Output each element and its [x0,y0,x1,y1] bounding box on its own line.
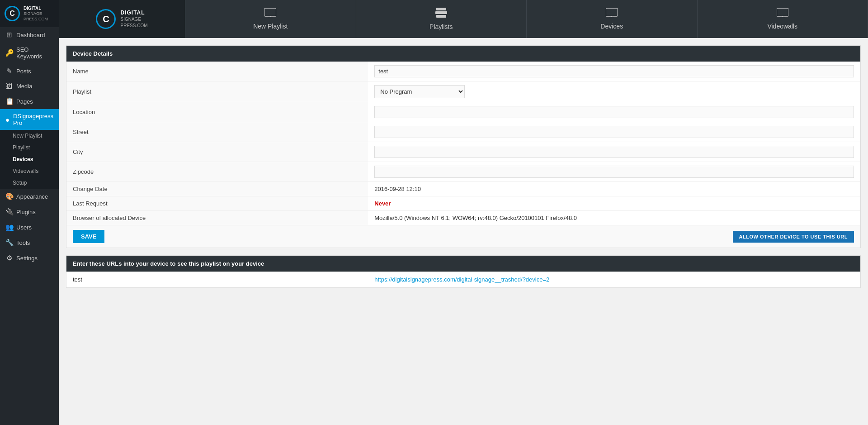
sidebar-logo: C DIGITAL SIGNAGE PRESS.COM [0,0,59,27]
videowalls-icon [777,8,788,20]
urls-panel: Enter these URLs into your device to see… [66,255,861,288]
playlists-icon [435,8,447,20]
devices-icon [606,8,618,20]
name-input[interactable] [374,65,854,77]
device-details-panel: Device Details Name Playlist No Program [66,45,861,248]
sidebar: C DIGITAL SIGNAGE PRESS.COM ⊞ Dashboard … [0,0,59,425]
topnav-logo: C DIGITAL SIGNAGE PRESS.COM [59,0,185,38]
sidebar-item-playlist[interactable]: Playlist [0,142,59,153]
table-row: Last Request Never [66,196,860,211]
location-input[interactable] [374,106,854,118]
save-button[interactable]: SAVE [73,230,104,243]
last-request-label: Last Request [66,196,368,211]
sidebar-item-pages[interactable]: 📋 Pages [0,94,59,109]
change-date-value: 2016-09-28 12:10 [374,186,421,192]
posts-icon: ✎ [5,67,13,75]
table-row: Street [66,122,860,142]
city-label: City [66,142,368,162]
tools-icon: 🔧 [5,239,13,247]
device-details-body: Name Playlist No Program Location [66,62,860,248]
location-label: Location [66,102,368,122]
table-row: City [66,142,860,162]
change-date-label: Change Date [66,182,368,196]
media-icon: 🖼 [5,82,13,90]
playlist-label: Playlist [66,81,368,102]
content-area: Device Details Name Playlist No Program [59,38,868,425]
device-details-header: Device Details [66,46,860,62]
sidebar-item-plugins[interactable]: 🔌 Plugins [0,204,59,220]
sidebar-item-tools[interactable]: 🔧 Tools [0,235,59,250]
sidebar-item-posts[interactable]: ✎ Posts [0,63,59,79]
sidebar-logo-circle: C [5,6,20,21]
plugins-icon: 🔌 [5,208,13,216]
svg-rect-3 [436,8,446,10]
actions-row: SAVE ALLOW OTHER DEVICE TO USE THIS URL [66,225,860,248]
topnav-playlists[interactable]: Playlists [356,0,527,38]
table-row: Zipcode [66,162,860,182]
sidebar-item-settings[interactable]: ⚙ Settings [0,250,59,266]
city-input[interactable] [374,146,854,158]
dsignagepress-icon: ● [5,116,9,124]
table-row: Change Date 2016-09-28 12:10 [66,182,860,196]
sidebar-item-users[interactable]: 👥 Users [0,220,59,235]
browser-value: Mozilla/5.0 (Windows NT 6.1; WOW64; rv:4… [374,215,577,221]
zipcode-label: Zipcode [66,162,368,182]
urls-panel-body: test https://digitalsignagepress.com/dig… [66,272,860,287]
topnav-logo-text: DIGITAL SIGNAGE PRESS.COM [120,9,147,29]
pages-icon: 📋 [5,97,13,105]
svg-rect-9 [777,8,788,16]
sidebar-logo-text: DIGITAL SIGNAGE PRESS.COM [24,5,48,22]
last-request-value: Never [374,200,391,207]
main-area: C DIGITAL SIGNAGE PRESS.COM New Playlist [59,0,868,425]
sidebar-submenu: New Playlist Playlist Devices Videowalls… [0,130,59,189]
url-link[interactable]: https://digitalsignagepress.com/digital-… [374,276,549,283]
topnav-devices[interactable]: Devices [527,0,698,38]
table-row: Location [66,102,860,122]
name-label: Name [66,62,368,81]
seo-icon: 🔑 [5,49,13,57]
allow-other-device-button[interactable]: ALLOW OTHER DEVICE TO USE THIS URL [733,231,854,243]
street-label: Street [66,122,368,142]
sidebar-item-appearance[interactable]: 🎨 Appearance [0,189,59,204]
appearance-icon: 🎨 [5,192,13,201]
url-table: test https://digitalsignagepress.com/dig… [66,272,860,287]
topnav-new-playlist[interactable]: New Playlist [185,0,356,38]
svg-rect-5 [436,15,446,18]
url-link-cell: https://digitalsignagepress.com/digital-… [368,272,860,287]
url-device-name: test [66,272,368,287]
zipcode-input[interactable] [374,166,854,178]
new-playlist-icon [264,8,276,20]
svg-rect-4 [435,11,447,14]
table-row: Playlist No Program [66,81,860,102]
sidebar-item-dsignagepress[interactable]: ● DSignagepress Pro [0,109,59,130]
sidebar-item-seo[interactable]: 🔑 SEO Keywords [0,43,59,63]
sidebar-item-videowalls[interactable]: Videowalls [0,165,59,177]
browser-label: Browser of allocated Device [66,211,368,225]
device-details-table: Name Playlist No Program Location [66,62,860,225]
svg-rect-6 [606,8,618,16]
users-icon: 👥 [5,223,13,231]
urls-panel-header: Enter these URLs into your device to see… [66,256,860,272]
street-input[interactable] [374,126,854,138]
sidebar-item-devices[interactable]: Devices [0,153,59,165]
table-row: Name [66,62,860,81]
table-row: Browser of allocated Device Mozilla/5.0 … [66,211,860,225]
dashboard-icon: ⊞ [5,31,13,39]
svg-rect-0 [264,8,276,16]
playlist-select[interactable]: No Program [374,85,465,98]
sidebar-item-dashboard[interactable]: ⊞ Dashboard [0,27,59,43]
sidebar-item-media[interactable]: 🖼 Media [0,79,59,94]
settings-icon: ⚙ [5,254,13,262]
table-row: test https://digitalsignagepress.com/dig… [66,272,860,287]
topnav: C DIGITAL SIGNAGE PRESS.COM New Playlist [59,0,868,38]
topnav-logo-circle: C [96,9,116,29]
sidebar-item-setup[interactable]: Setup [0,177,59,189]
topnav-videowalls[interactable]: Videowalls [698,0,868,38]
sidebar-item-new-playlist[interactable]: New Playlist [0,130,59,142]
